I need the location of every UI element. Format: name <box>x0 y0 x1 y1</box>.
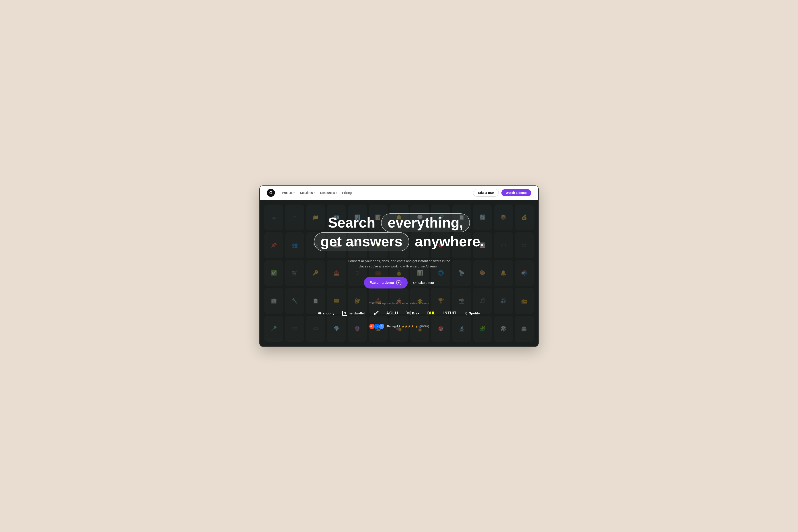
watch-demo-nav-button[interactable]: Watch a demo <box>501 189 531 196</box>
search-text: Search <box>328 215 379 231</box>
spotify-logo: ♫ Spotify <box>465 311 480 316</box>
brex-label: Brex <box>412 311 420 315</box>
logo[interactable]: G <box>267 189 275 197</box>
chevron-down-icon: ▾ <box>314 192 315 194</box>
intuit-logo: INTUIT <box>443 311 457 315</box>
take-tour-link[interactable]: Or, take a tour <box>413 281 434 285</box>
get-answers-pill: get answers <box>314 232 409 251</box>
nav-solutions[interactable]: Solutions ▾ <box>300 191 315 194</box>
hero-section: ☁#📁📧📊📝🔔💬🔗📋🔄📦💰📌👥📎📅🔍💡🛡📱🎯⚙📈🏷🗂✅🛒🔑📤🗓💼🔒📊🌐📡🎨🔔📬🏢… <box>260 200 538 346</box>
nike-logo: ✓ <box>373 309 378 317</box>
shopify-label: shopify <box>323 311 334 315</box>
nav-actions: Take a tour Watch a demo <box>473 189 531 196</box>
nav-resources[interactable]: Resources ▾ <box>320 191 337 194</box>
spotify-icon: ♫ <box>465 311 467 316</box>
hero-headline: Search everything, get answers anywhere. <box>314 213 484 251</box>
nav-product[interactable]: Product ▾ <box>282 191 295 194</box>
hero-line-1: Search everything, <box>314 213 484 232</box>
brex-logo: ⊡ Brex <box>406 311 420 315</box>
aclu-logo: ACLU <box>386 311 398 316</box>
nerdwallet-logo: N nerdwallet <box>342 311 365 316</box>
nav-resources-label: Resources <box>320 191 335 194</box>
watch-demo-label: Watch a demo <box>370 281 394 285</box>
navbar: G Product ▾ Solutions ▾ Resources ▾ Pric… <box>260 186 538 200</box>
review-count: (2000+) <box>420 325 429 328</box>
hero-subtitle: Connect all your apps, docs, and chats a… <box>346 258 452 269</box>
logo-letter: G <box>269 191 273 195</box>
hero-cta: Watch a demo ▶ Or, take a tour <box>364 277 434 288</box>
chevron-down-icon: ▾ <box>294 192 295 194</box>
nav-solutions-label: Solutions <box>300 191 313 194</box>
nike-swoosh: ✓ <box>373 309 378 317</box>
trust-section: 2500+ enterprises trust Guru for instant… <box>318 302 480 329</box>
rating-text: Rating 4.7 ★★★★ ⯨ (2000+) <box>387 325 429 328</box>
spotify-label: Spotify <box>469 311 480 315</box>
shopify-logo: 🛍 shopify <box>318 311 334 315</box>
nav-links: Product ▾ Solutions ▾ Resources ▾ Pricin… <box>282 191 466 194</box>
logos-row: 🛍 shopify N nerdwallet ✓ ACLU ⊡ <box>318 309 480 317</box>
aclu-label: ACLU <box>386 311 398 316</box>
trust-text: 2500+ enterprises trust Guru for instant… <box>369 302 429 305</box>
watch-demo-button[interactable]: Watch a demo ▶ <box>364 277 408 288</box>
hero-line-2: get answers anywhere. <box>314 232 484 251</box>
nerdwallet-label: nerdwallet <box>349 311 365 315</box>
hero-content: Search everything, get answers anywhere.… <box>260 213 538 329</box>
half-star-icon: ⯨ <box>415 325 419 328</box>
nav-pricing-label: Pricing <box>342 191 352 194</box>
capterra-badge: ✈ <box>378 323 385 329</box>
take-tour-button[interactable]: Take a tour <box>473 189 499 196</box>
anywhere-text: anywhere. <box>411 233 484 250</box>
nav-product-label: Product <box>282 191 293 194</box>
dhl-logo: DHL <box>427 311 435 316</box>
browser-window: G Product ▾ Solutions ▾ Resources ▾ Pric… <box>259 186 539 347</box>
rating-badges: G2 TR ✈ <box>369 323 385 329</box>
stars-icon: ★★★★ <box>402 325 414 328</box>
brex-icon: ⊡ <box>406 311 411 315</box>
dhl-label: DHL <box>427 311 435 316</box>
shopify-icon: 🛍 <box>318 311 321 315</box>
everything-pill: everything, <box>381 213 470 232</box>
rating-row: G2 TR ✈ Rating 4.7 ★★★★ ⯨ (2000+) <box>369 323 429 329</box>
nerdwallet-icon: N <box>342 311 347 316</box>
nav-pricing[interactable]: Pricing <box>342 191 352 194</box>
play-icon: ▶ <box>396 280 402 285</box>
rating-label: Rating 4.7 <box>387 325 400 328</box>
intuit-label: INTUIT <box>443 311 457 315</box>
chevron-down-icon: ▾ <box>336 192 337 194</box>
